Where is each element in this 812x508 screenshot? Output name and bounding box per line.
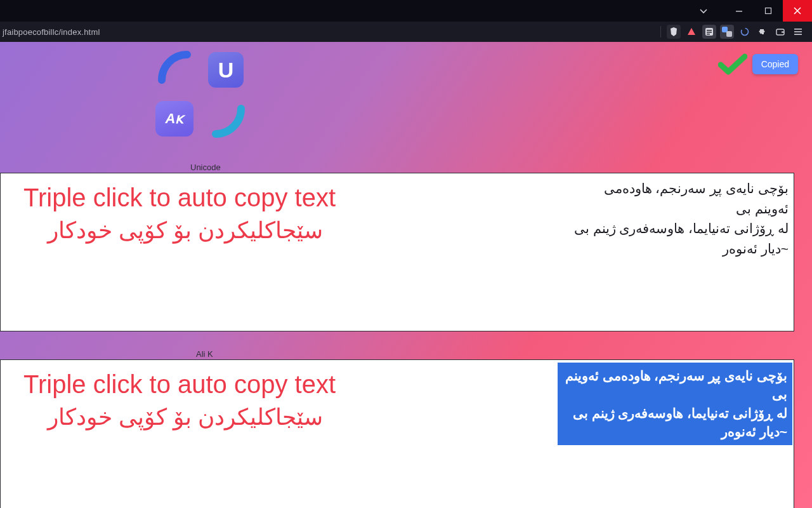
extensions-button[interactable] [756, 25, 769, 39]
section-label-unicode: Unicode [190, 163, 221, 172]
app-logo: U Aᴋ [155, 48, 247, 140]
hamburger-menu-icon[interactable] [791, 25, 805, 39]
window-minimize-button[interactable] [724, 0, 754, 22]
google-translate-icon[interactable] [720, 25, 734, 39]
window-close-button[interactable] [783, 0, 812, 22]
unicode-panel[interactable]: Triple click to auto copy text سێجاکلیکر… [0, 173, 794, 331]
svg-rect-10 [782, 32, 784, 33]
svg-rect-3 [707, 30, 712, 30]
svg-rect-11 [794, 29, 802, 30]
extension-icon-1[interactable] [702, 25, 716, 39]
svg-rect-4 [707, 32, 712, 32]
wallet-icon[interactable] [773, 25, 787, 39]
logo-unicode-badge: U [208, 52, 244, 88]
brave-rewards-icon[interactable] [684, 25, 698, 39]
window-maximize-button[interactable] [754, 0, 783, 22]
brave-shields-icon[interactable] [667, 25, 681, 39]
window-titlebar [0, 0, 812, 22]
browser-toolbar: jfaibpoecofbillc/index.html [0, 22, 812, 42]
toolbar-separator [660, 26, 661, 37]
alik-panel[interactable]: Triple click to auto copy text سێجاکلیکر… [0, 359, 794, 508]
logo-arc-bottom [209, 102, 247, 140]
svg-point-8 [742, 29, 749, 36]
unicode-output-text[interactable]: بۆچی نایەی پڕ سەرنجم، هاودەمی ئەوینم بیل… [564, 176, 792, 261]
logo-alik-badge: Aᴋ [155, 101, 193, 137]
checkmark-icon [718, 53, 747, 75]
svg-rect-12 [794, 31, 802, 32]
unicode-hint-kurdish: سێجاکلیکردن بۆ کۆپی خودکار [48, 217, 323, 244]
alik-hint-kurdish: سێجاکلیکردن بۆ کۆپی خودکار [48, 404, 323, 431]
page-content: Copied U Aᴋ Unicode Ali K Triple click t… [0, 42, 812, 508]
svg-rect-1 [766, 8, 771, 14]
svg-rect-7 [726, 31, 732, 37]
svg-rect-5 [707, 34, 710, 34]
address-bar-url[interactable]: jfaibpoecofbillc/index.html [3, 27, 100, 37]
svg-rect-0 [736, 11, 742, 11]
tab-overflow-button[interactable] [689, 0, 718, 22]
copied-toast: Copied [718, 53, 798, 75]
svg-rect-13 [794, 34, 802, 35]
alik-output-text[interactable]: بۆچی نایەی پڕ سەرنجم، هاودەمی ئەوینم بیل… [558, 363, 792, 445]
copied-button[interactable]: Copied [752, 54, 798, 74]
extension-icon-2[interactable] [738, 25, 752, 39]
section-label-alik: Ali K [196, 349, 213, 359]
logo-arc-top [155, 48, 193, 86]
